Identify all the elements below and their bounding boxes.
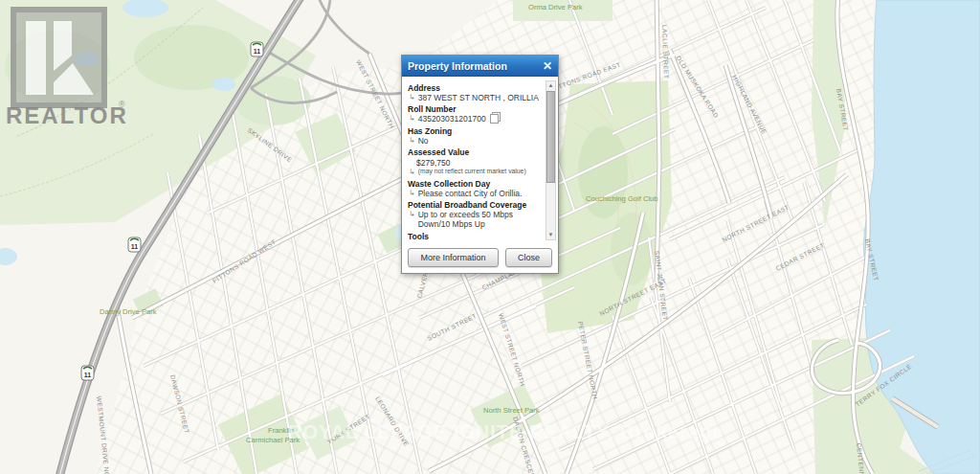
popup-header: Property Information ✕ xyxy=(402,56,558,77)
assessed-value-note: (may not reflect current market value) xyxy=(418,168,526,174)
realtor-watermark-text: REALTOR xyxy=(6,102,128,129)
field-label-broadband: Potential Broadband Coverage xyxy=(408,200,543,210)
registered-trademark-symbol: ® xyxy=(119,100,125,109)
sub-arrow-icon: ↳ xyxy=(409,210,415,218)
scroll-down-icon[interactable]: ▼ xyxy=(546,231,555,239)
sub-arrow-icon: ↳ xyxy=(409,168,415,176)
close-button[interactable]: Close xyxy=(505,248,552,267)
field-value-broadband: Up to or exceeds 50 Mbps Down/10 Mbps Up xyxy=(418,210,543,229)
tools-section-header[interactable]: Tools xyxy=(408,232,543,241)
svg-text:11: 11 xyxy=(131,243,139,250)
park-label: Orma Drive Park xyxy=(528,3,583,11)
svg-text:11: 11 xyxy=(254,48,261,55)
popup-scrollbar[interactable]: ▲ ▼ xyxy=(546,80,556,240)
field-value-has-zoning: No xyxy=(418,136,429,146)
svg-text:11: 11 xyxy=(84,372,92,378)
property-information-popup: Property Information ✕ Address ↳387 WEST… xyxy=(401,55,559,274)
park-label: Couchiching Golf Club xyxy=(586,194,658,203)
park-label: Franklin xyxy=(268,426,294,435)
sub-arrow-icon: ↳ xyxy=(409,189,415,197)
field-value-assessed-value: $279,750 xyxy=(416,158,543,168)
field-value-waste-collection: Please contact City of Orillia. xyxy=(418,189,523,198)
scrollbar-thumb[interactable] xyxy=(546,91,555,183)
sub-arrow-icon: ↳ xyxy=(409,136,415,145)
map-viewer: 11 11 11 Orma Drive Park FITTONS ROAD EA… xyxy=(0,0,980,474)
park-label: Danny Drive Park xyxy=(100,307,157,316)
realtor-logo xyxy=(13,10,104,105)
copy-icon[interactable] xyxy=(490,114,499,124)
sub-arrow-icon: ↳ xyxy=(409,93,415,102)
field-label-assessed-value: Assessed Value xyxy=(408,147,543,157)
close-icon[interactable]: ✕ xyxy=(543,60,552,72)
field-label-has-zoning: Has Zoning xyxy=(408,126,543,136)
field-label-address: Address xyxy=(408,83,543,93)
scroll-up-icon[interactable]: ▲ xyxy=(546,81,555,90)
park-label: North Street Park xyxy=(483,406,540,415)
popup-body: Address ↳387 WEST ST NORTH , ORILLIA Rol… xyxy=(402,77,558,244)
field-label-roll-number: Roll Number xyxy=(408,104,543,114)
field-value-roll-number: 435203031201700 xyxy=(418,114,486,124)
park-label: Carmichael Park xyxy=(246,436,300,444)
sub-arrow-icon: ↳ xyxy=(409,114,415,123)
popup-title: Property Information xyxy=(408,60,507,72)
field-value-address: 387 WEST ST NORTH , ORILLIA xyxy=(418,93,539,102)
field-label-waste-collection: Waste Collection Day xyxy=(408,179,543,189)
popup-button-row: More Information Close xyxy=(402,244,558,273)
more-information-button[interactable]: More Information xyxy=(408,248,499,267)
